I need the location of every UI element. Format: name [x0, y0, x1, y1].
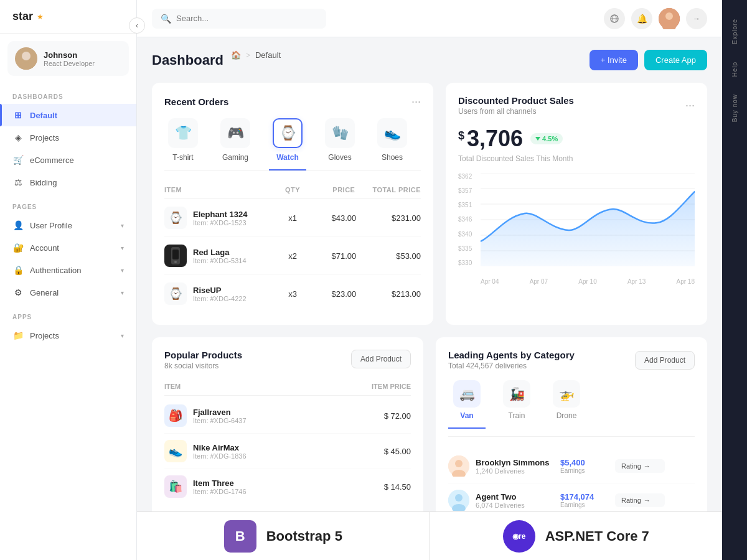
gloves-icon: 🧤 [325, 118, 355, 148]
sidebar-item-label: Authentication [30, 266, 81, 275]
sidebar-item-label: Bidding [30, 178, 57, 187]
right-panel: Explore Help Buy now [722, 0, 747, 560]
right-panel-help[interactable]: Help [731, 53, 738, 86]
sidebar-item-projects-dash[interactable]: ◈ Projects [0, 126, 136, 149]
prod-item-1: 🎒 Fjallraven Item: #XDG-6437 [164, 404, 288, 427]
agents-add-product-button[interactable]: Add Product [635, 351, 695, 370]
agents-card-header: Leading Agents by Category Total 424,567… [448, 350, 695, 370]
prod-sku-3: Item: #XDG-1746 [193, 488, 247, 495]
x-label-4: Apr 13 [627, 278, 646, 285]
tab-gloves[interactable]: 🧤 Gloves [321, 118, 359, 170]
item-name-3: RiseUP [193, 286, 247, 295]
agent-avatar-2 [448, 490, 469, 511]
sidebar: star★ Johnson React Developer DASHBOARDS… [0, 0, 137, 560]
tab-gaming-label: Gaming [222, 153, 248, 162]
breadcrumb-home-icon: 🏠 [231, 50, 241, 60]
sidebar-item-label: eCommerce [30, 156, 74, 165]
sidebar-item-ecommerce[interactable]: 🛒 eCommerce [0, 149, 136, 171]
sales-card-header: Discounted Product Sales Users from all … [458, 95, 695, 116]
card-menu-icon[interactable]: ··· [411, 95, 421, 108]
topbar-globe-icon[interactable] [604, 8, 625, 29]
prod-price-3: $ 14.50 [288, 482, 411, 492]
price-2: $71.00 [318, 251, 369, 261]
sidebar-item-label: Default [30, 111, 57, 120]
rating-button-2[interactable]: Rating → [615, 493, 665, 507]
sidebar-item-default[interactable]: ⊞ Default [0, 104, 136, 126]
agent-tab-train[interactable]: 🚂 Train [498, 380, 535, 429]
sidebar-item-bidding[interactable]: ⚖ Bidding [0, 171, 136, 194]
svg-point-7 [665, 12, 673, 20]
item-img-1: ⌚ [164, 207, 187, 229]
agent-category-tabs: 🚐 Van 🚂 Train 🚁 Drone [448, 380, 695, 437]
agent-tab-van[interactable]: 🚐 Van [448, 380, 486, 429]
prod-sku-2: Item: #XDG-1836 [193, 452, 247, 460]
tshirt-icon: 👕 [168, 118, 198, 148]
prod-item-3: 🛍️ Item Three Item: #XDG-1746 [164, 475, 288, 498]
prod-price-1: $ 72.00 [288, 411, 411, 421]
topbar-arrow-icon[interactable]: → [686, 8, 707, 29]
item-info-2: Red Laga Item: #XDG-5314 [164, 245, 267, 267]
topbar-avatar[interactable] [659, 8, 680, 29]
add-product-button[interactable]: Add Product [351, 350, 411, 368]
tab-gaming[interactable]: 🎮 Gaming [217, 118, 254, 170]
sidebar-item-authentication[interactable]: 🔒 Authentication ▾ [0, 259, 136, 281]
create-app-button[interactable]: Create App [644, 50, 707, 70]
order-tabs: 👕 T-shirt 🎮 Gaming ⌚ Watch 🧤 Gloves [164, 118, 421, 171]
aspnet-logo: ◉re [503, 520, 535, 553]
van-icon: 🚐 [453, 380, 481, 408]
chart-svg [481, 173, 695, 266]
drone-tab-label: Drone [557, 411, 577, 420]
search-input[interactable] [176, 14, 317, 23]
y-label-2: $357 [458, 187, 472, 194]
sales-card-menu-icon[interactable]: ··· [685, 99, 695, 112]
col-total: TOTAL PRICE [370, 186, 421, 194]
svg-point-11 [174, 261, 177, 263]
sales-amount-display: $ 3,706 4.5% [458, 126, 695, 152]
aspnet-section: ◉re ASP.NET Core 7 [430, 512, 723, 560]
agents-title: Leading Agents by Category [448, 350, 575, 360]
sales-badge: 4.5% [530, 133, 563, 144]
sidebar-item-projects-app[interactable]: 📁 Projects ▾ [0, 324, 136, 347]
sidebar-item-user-profile[interactable]: 👤 User Profile ▾ [0, 214, 136, 236]
right-panel-buy-now[interactable]: Buy now [731, 85, 738, 131]
user-role: React Developer [44, 60, 95, 67]
currency-symbol: $ [458, 129, 464, 142]
user-profile-card[interactable]: Johnson React Developer [7, 41, 129, 76]
bootstrap-logo: B [224, 520, 256, 553]
sidebar-item-account[interactable]: 🔐 Account ▾ [0, 236, 136, 259]
product-row-1: 🎒 Fjallraven Item: #XDG-6437 $ 72.00 [164, 398, 411, 434]
qty-3: x3 [267, 289, 318, 299]
arrow-icon: → [644, 462, 651, 470]
right-panel-explore[interactable]: Explore [731, 10, 738, 53]
agent-name-2: Agent Two [476, 492, 555, 502]
tab-shoes[interactable]: 👟 Shoes [374, 118, 411, 170]
qty-1: x1 [267, 213, 318, 223]
topbar-bell-icon[interactable]: 🔔 [631, 8, 652, 29]
sales-chart: $362 $357 $351 $346 $340 $335 $330 [458, 173, 695, 285]
sidebar-collapse-button[interactable]: ‹ [137, 17, 145, 34]
sidebar-item-label: User Profile [30, 221, 72, 230]
svg-point-1 [22, 52, 31, 60]
projects-icon: ◈ [12, 132, 24, 143]
agent-tab-drone[interactable]: 🚁 Drone [548, 380, 585, 429]
product-row-3: 🛍️ Item Three Item: #XDG-1746 $ 14.50 [164, 469, 411, 504]
prod-col-item: ITEM [164, 383, 288, 390]
total-3: $213.00 [370, 289, 421, 299]
rating-button-1[interactable]: Rating → [615, 459, 665, 473]
agent-earnings-2: $174,074 [560, 492, 610, 502]
sidebar-item-general[interactable]: ⚙ General ▾ [0, 281, 136, 304]
orders-table-header: ITEM QTY PRICE TOTAL PRICE [164, 181, 421, 199]
tab-tshirt-label: T-shirt [172, 153, 193, 162]
order-row-1: ⌚ Elephant 1324 Item: #XDG-1523 x1 $43.0… [164, 199, 421, 237]
tab-tshirt[interactable]: 👕 T-shirt [164, 118, 202, 170]
tab-watch[interactable]: ⌚ Watch [269, 118, 306, 170]
invite-button[interactable]: + Invite [590, 50, 638, 70]
sidebar-item-label: Projects [30, 133, 59, 142]
col-qty: QTY [267, 186, 318, 194]
shoes-icon: 👟 [377, 118, 407, 148]
content-grid-top: Recent Orders ··· 👕 T-shirt 🎮 Gaming [152, 83, 707, 325]
item-sku-3: Item: #XDG-4222 [193, 295, 247, 302]
agent-earnings-label-2: Earnings [560, 502, 610, 508]
recent-orders-title: Recent Orders [164, 96, 228, 107]
train-icon: 🚂 [503, 380, 530, 408]
